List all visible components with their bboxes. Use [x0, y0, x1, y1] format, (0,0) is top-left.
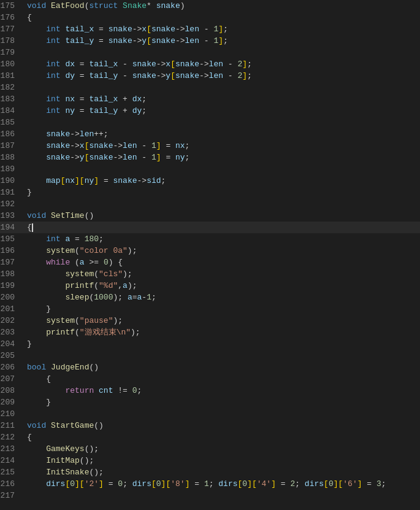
- line-content-194: {: [25, 222, 420, 233]
- line-content-180: int dx = tail_x - snake->x[snake->len - …: [25, 58, 420, 70]
- code-line-207: 207 {: [0, 373, 420, 385]
- line-content-209: }: [25, 396, 420, 408]
- line-num-214: 214: [0, 455, 25, 466]
- code-line-188: 188 snake->y[snake->len - 1] = ny;: [0, 152, 420, 163]
- code-line-177: 177 int tail_x = snake->x[snake->len - 1…: [0, 23, 420, 35]
- code-line-189: 189: [0, 163, 420, 175]
- code-line-198: 198 system("cls");: [0, 268, 420, 280]
- line-content-193: void SetTime(): [25, 210, 420, 222]
- line-num-197: 197: [0, 257, 25, 268]
- line-content-181: int dy = tail_y - snake->y[snake->len - …: [25, 70, 420, 82]
- line-content-217: [25, 490, 420, 501]
- code-line-175: 175 void EatFood(struct Snake* snake): [0, 0, 420, 12]
- line-content-187: snake->x[snake->len - 1] = nx;: [25, 140, 420, 152]
- code-line-182: 182: [0, 82, 420, 93]
- line-num-198: 198: [0, 268, 25, 280]
- code-line-214: 214 InitMap();: [0, 455, 420, 466]
- line-content-192: [25, 198, 420, 210]
- code-line-194: 194 {: [0, 222, 420, 233]
- line-num-192: 192: [0, 198, 25, 210]
- line-num-216: 216: [0, 478, 25, 490]
- code-line-202: 202 system("pause");: [0, 315, 420, 326]
- line-num-175: 175: [0, 0, 25, 12]
- line-num-187: 187: [0, 140, 25, 152]
- code-line-195: 195 int a = 180;: [0, 233, 420, 245]
- code-line-204: 204 }: [0, 338, 420, 350]
- line-num-177: 177: [0, 23, 25, 35]
- line-num-213: 213: [0, 443, 25, 455]
- line-num-205: 205: [0, 350, 25, 361]
- line-content-182: [25, 82, 420, 93]
- line-num-180: 180: [0, 58, 25, 70]
- code-line-180: 180 int dx = tail_x - snake->x[snake->le…: [0, 58, 420, 70]
- line-content-210: [25, 408, 420, 420]
- line-num-181: 181: [0, 70, 25, 82]
- line-num-183: 183: [0, 93, 25, 105]
- code-line-213: 213 GameKeys();: [0, 443, 420, 455]
- line-num-212: 212: [0, 431, 25, 443]
- code-line-185: 185: [0, 117, 420, 128]
- code-line-208: 208 return cnt != 0;: [0, 385, 420, 396]
- line-content-202: system("pause");: [25, 315, 420, 326]
- code-line-215: 215 InitSnake();: [0, 466, 420, 478]
- line-content-199: printf("%d",a);: [25, 280, 420, 292]
- line-num-178: 178: [0, 35, 25, 47]
- line-num-211: 211: [0, 420, 25, 431]
- line-num-201: 201: [0, 303, 25, 315]
- line-content-179: [25, 47, 420, 58]
- code-line-179: 179: [0, 47, 420, 58]
- code-line-212: 212 {: [0, 431, 420, 443]
- line-content-203: printf("游戏结束\n");: [25, 326, 420, 338]
- line-num-199: 199: [0, 280, 25, 292]
- line-num-204: 204: [0, 338, 25, 350]
- line-num-190: 190: [0, 175, 25, 187]
- line-num-206: 206: [0, 361, 25, 373]
- code-line-178: 178 int tail_y = snake->y[snake->len - 1…: [0, 35, 420, 47]
- line-content-190: map[nx][ny] = snake->sid;: [25, 175, 420, 187]
- line-num-191: 191: [0, 187, 25, 198]
- code-line-181: 181 int dy = tail_y - snake->y[snake->le…: [0, 70, 420, 82]
- line-content-178: int tail_y = snake->y[snake->len - 1];: [25, 35, 420, 47]
- line-num-207: 207: [0, 373, 25, 385]
- line-content-198: system("cls");: [25, 268, 420, 280]
- line-num-202: 202: [0, 315, 25, 326]
- code-line-190: 190 map[nx][ny] = snake->sid;: [0, 175, 420, 187]
- line-content-186: snake->len++;: [25, 128, 420, 140]
- line-content-214: InitMap();: [25, 455, 420, 466]
- line-num-194: 194: [0, 222, 25, 233]
- code-line-200: 200 sleep(1000); a=a-1;: [0, 292, 420, 303]
- line-content-196: system("color 0a");: [25, 245, 420, 257]
- line-content-212: {: [25, 431, 420, 443]
- line-content-197: while (a >= 0) {: [25, 257, 420, 268]
- code-line-205: 205: [0, 350, 420, 361]
- line-content-216: dirs[0]['2'] = 0; dirs[0]['8'] = 1; dirs…: [25, 478, 420, 490]
- code-line-191: 191 }: [0, 187, 420, 198]
- code-line-209: 209 }: [0, 396, 420, 408]
- code-line-186: 186 snake->len++;: [0, 128, 420, 140]
- code-line-192: 192: [0, 198, 420, 210]
- code-line-176: 176 {: [0, 12, 420, 23]
- code-line-211: 211 void StartGame(): [0, 420, 420, 431]
- code-line-217: 217: [0, 490, 420, 501]
- line-content-211: void StartGame(): [25, 420, 420, 431]
- line-num-176: 176: [0, 12, 25, 23]
- code-line-183: 183 int nx = tail_x + dx;: [0, 93, 420, 105]
- line-content-195: int a = 180;: [25, 233, 420, 245]
- line-num-195: 195: [0, 233, 25, 245]
- line-content-201: }: [25, 303, 420, 315]
- line-content-206: bool JudgeEnd(): [25, 361, 420, 373]
- code-line-216: 216 dirs[0]['2'] = 0; dirs[0]['8'] = 1; …: [0, 478, 420, 490]
- line-num-185: 185: [0, 117, 25, 128]
- line-content-184: int ny = tail_y + dy;: [25, 105, 420, 117]
- line-num-209: 209: [0, 396, 25, 408]
- line-num-189: 189: [0, 163, 25, 175]
- code-line-206: 206 bool JudgeEnd(): [0, 361, 420, 373]
- line-content-183: int nx = tail_x + dx;: [25, 93, 420, 105]
- line-num-200: 200: [0, 292, 25, 303]
- code-line-184: 184 int ny = tail_y + dy;: [0, 105, 420, 117]
- code-line-196: 196 system("color 0a");: [0, 245, 420, 257]
- line-num-208: 208: [0, 385, 25, 396]
- code-line-201: 201 }: [0, 303, 420, 315]
- line-content-213: GameKeys();: [25, 443, 420, 455]
- line-content-200: sleep(1000); a=a-1;: [25, 292, 420, 303]
